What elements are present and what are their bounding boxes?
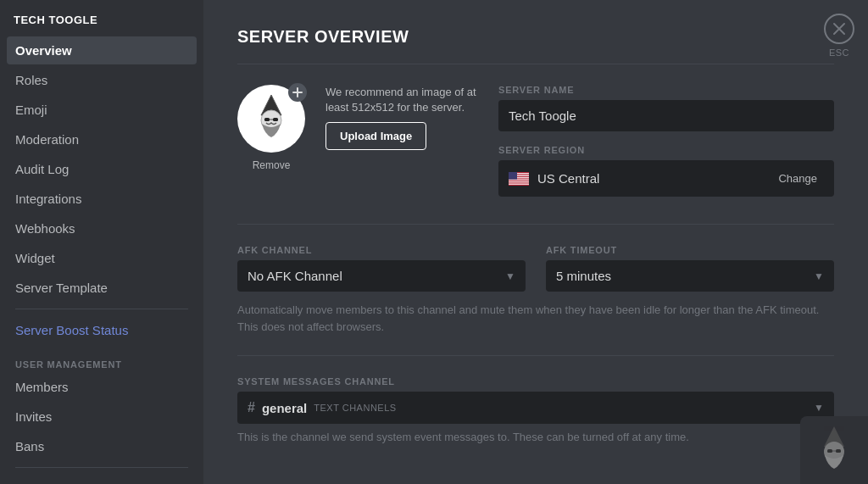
svg-rect-3 [273,118,278,121]
sidebar-item-label: Moderation [15,132,79,147]
afk-channel-select[interactable]: No AFK Channel [237,260,526,292]
afk-timeout-label: AFK TIMEOUT [546,245,834,255]
sidebar-item-audit-log[interactable]: Audit Log [7,155,197,183]
svg-rect-9 [509,179,529,180]
divider [15,309,188,309]
sidebar-item-label: Members [15,380,69,394]
sidebar-item-members[interactable]: Members [7,373,197,401]
upload-icon-badge[interactable] [288,83,307,102]
afk-timeout-select[interactable]: 5 minutes [546,260,834,292]
server-name-field: SERVER NAME [498,85,834,131]
server-region-field: SERVER REGION [498,145,834,197]
sidebar-item-label: Overview [15,43,72,58]
close-button[interactable] [824,14,854,44]
chevron-down-icon: ▼ [814,402,824,414]
afk-channel-select-wrapper: No AFK Channel ▼ [237,260,526,292]
server-region-label: SERVER REGION [498,145,834,155]
region-name: US Central [537,171,763,186]
svg-rect-15 [827,449,832,453]
bottom-avatar-svg [807,423,861,477]
svg-rect-16 [836,449,841,453]
server-name-label: TECH TOOGLE [7,14,197,36]
sidebar: TECH TOOGLE Overview Roles Emoji Moderat… [0,0,203,484]
system-messages-section: SYSTEM MESSAGES CHANNEL # general TEXT C… [237,376,834,443]
server-name-region: SERVER NAME SERVER REGION [498,85,834,197]
sidebar-item-delete-server[interactable]: Delete Server [7,475,197,484]
upload-image-section: We recommend an image of at least 512x51… [326,85,478,150]
main-content: SERVER OVERVIEW [203,0,868,484]
hash-icon: # [248,400,255,415]
svg-rect-11 [509,183,529,184]
remove-label[interactable]: Remove [253,159,291,171]
upload-image-button[interactable]: Upload Image [326,122,426,150]
afk-channel-field: AFK CHANNEL No AFK Channel ▼ [237,245,526,292]
server-icon-wrapper[interactable] [237,85,305,153]
region-selector[interactable]: US Central Change [498,160,834,197]
sidebar-item-moderation[interactable]: Moderation [7,125,197,153]
sidebar-item-bans[interactable]: Bans [7,432,197,460]
plus-icon [292,87,303,97]
sidebar-item-label: Bans [15,439,44,453]
sidebar-item-server-template[interactable]: Server Template [7,274,197,302]
user-management-section-label: USER MANAGEMENT [7,346,197,373]
server-overview-top: Remove We recommend an image of at least… [237,85,834,197]
sidebar-item-widget[interactable]: Widget [7,244,197,272]
server-icon-svg [244,92,298,146]
section-divider-2 [237,355,834,356]
sidebar-item-label: Webhooks [15,221,75,236]
afk-channel-label: AFK CHANNEL [237,245,526,255]
sidebar-item-label: Emoji [15,103,47,117]
section-divider [237,224,834,225]
sidebar-item-label: Roles [15,73,47,87]
sidebar-item-label: Invites [15,409,52,424]
sidebar-item-invites[interactable]: Invites [7,403,197,431]
sidebar-item-roles[interactable]: Roles [7,66,197,94]
server-name-label: SERVER NAME [498,85,834,95]
us-flag-icon [509,172,529,186]
afk-timeout-field: AFK TIMEOUT 5 minutes ▼ [546,245,834,292]
close-button-area[interactable]: ESC [824,14,854,58]
sidebar-item-label: Audit Log [15,162,69,176]
svg-rect-2 [264,118,270,121]
sidebar-item-server-boost[interactable]: Server Boost Status [7,316,197,344]
page-title: SERVER OVERVIEW [237,27,834,64]
sidebar-item-webhooks[interactable]: Webhooks [7,214,197,242]
channel-name: general [262,401,307,415]
divider [15,467,188,468]
sidebar-item-overview[interactable]: Overview [7,36,197,64]
system-messages-label: SYSTEM MESSAGES CHANNEL [237,376,834,387]
sidebar-item-label: Server Boost Status [15,323,128,337]
afk-timeout-select-wrapper: 5 minutes ▼ [546,260,834,292]
sidebar-item-label: Integrations [15,192,81,206]
channel-select[interactable]: # general TEXT CHANNELS ▼ [237,392,834,424]
channel-type: TEXT CHANNELS [314,403,396,413]
svg-rect-12 [509,172,517,180]
sidebar-item-emoji[interactable]: Emoji [7,96,197,124]
afk-row: AFK CHANNEL No AFK Channel ▼ AFK TIMEOUT… [237,245,834,292]
close-icon [832,22,846,36]
sidebar-item-integrations[interactable]: Integrations [7,185,197,213]
system-description: This is the channel we send system event… [237,431,834,443]
sidebar-item-label: Widget [15,251,55,265]
bottom-right-avatar [800,416,868,484]
esc-label: ESC [829,47,849,58]
server-icon-area: Remove [237,85,305,171]
svg-rect-10 [509,181,529,182]
afk-description: Automatically move members to this chann… [237,302,834,335]
change-region-button[interactable]: Change [771,169,824,188]
server-name-input[interactable] [498,100,834,131]
upload-hint: We recommend an image of at least 512x51… [326,85,478,115]
sidebar-item-label: Server Template [15,281,108,295]
